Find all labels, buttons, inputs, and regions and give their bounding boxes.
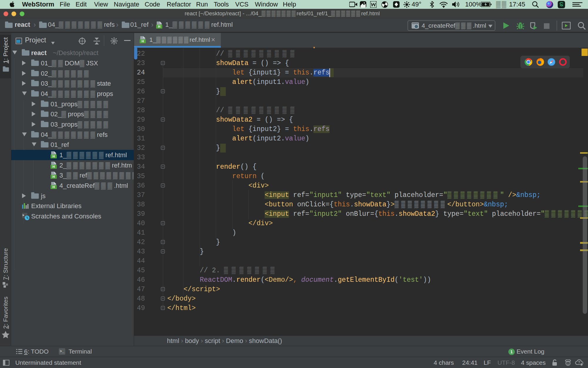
svg-text:?: ? bbox=[578, 360, 580, 364]
